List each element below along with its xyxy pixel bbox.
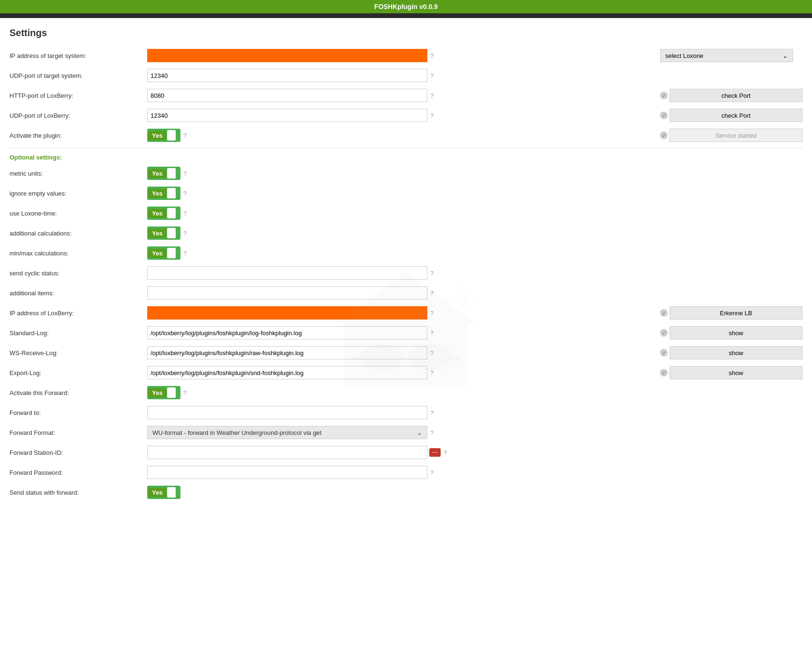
forward-to-row: Forward to: ? (9, 405, 803, 420)
standard-log-input[interactable] (147, 326, 427, 339)
additional-items-help[interactable]: ? (430, 290, 434, 297)
udp-loxberry-input[interactable] (147, 109, 427, 122)
standard-log-row: Standard-Log: ? ✓ show (9, 325, 803, 340)
minmax-toggle[interactable]: Yes (147, 246, 180, 260)
additional-items-row: additional items: ? (9, 285, 803, 301)
export-log-help[interactable]: ? (430, 369, 434, 376)
minmax-row: min/max calculations: Yes ? (9, 245, 803, 261)
check-port-udp-button[interactable]: check Port (670, 109, 803, 122)
ip-target-control: ? (147, 49, 660, 62)
udp-loxberry-label: UDP-port of LoxBerry: (9, 112, 147, 119)
standard-log-control: ? (147, 326, 660, 339)
forward-format-control: WU-format - forward in Weather Undergrou… (147, 426, 803, 439)
activate-check-icon: ✓ (660, 132, 668, 139)
metric-toggle-knob (167, 168, 176, 179)
http-loxberry-label: HTTP-port of LoxBerry: (9, 92, 147, 99)
ws-receive-log-help[interactable]: ? (430, 349, 434, 357)
send-cyclic-help[interactable]: ? (430, 270, 434, 277)
ip-target-help[interactable]: ? (430, 52, 434, 59)
ip-loxberry-help[interactable]: ? (430, 310, 434, 317)
export-log-row: Export-Log: ? ✓ show (9, 365, 803, 380)
loxone-time-knob (167, 208, 176, 218)
ip-loxberry-label: IP address of LoxBerry: (9, 310, 147, 317)
forward-station-id-control: ⋯ ? (147, 446, 803, 459)
udp-loxberry-help[interactable]: ? (430, 112, 434, 119)
udp-target-control: ? (147, 69, 803, 82)
send-status-forward-row: Send status with forward: Yes (9, 485, 803, 500)
additional-items-input[interactable] (147, 286, 427, 300)
send-cyclic-label: send cyclic status: (9, 270, 147, 277)
erkenne-lb-button[interactable]: Erkenne LB (670, 306, 803, 320)
ip-loxberry-input[interactable] (147, 306, 427, 320)
metric-help[interactable]: ? (183, 170, 187, 177)
additional-calc-help[interactable]: ? (183, 230, 187, 237)
optional-section-label: Optional settings: (9, 154, 803, 161)
dropdown-chevron-icon: ⌄ (783, 52, 788, 59)
select-loxone-button[interactable]: select Loxone ⌄ (660, 49, 793, 62)
forward-password-input[interactable] (147, 466, 427, 479)
send-cyclic-control: ? (147, 266, 803, 280)
ws-receive-log-row: WS-Receive-Log: ? ✓ show (9, 345, 803, 360)
udp-target-help[interactable]: ? (430, 72, 434, 79)
check-port-http-button[interactable]: check Port (670, 89, 803, 102)
ip-target-row: IP address of target system: ? select Lo… (9, 48, 803, 63)
forward-to-control: ? (147, 406, 803, 419)
forward-station-id-help[interactable]: ? (444, 449, 447, 456)
app-title: FOSHKplugin v0.0.9 (374, 3, 438, 10)
ip-target-right: select Loxone ⌄ (660, 49, 803, 62)
send-cyclic-input[interactable] (147, 266, 427, 280)
send-cyclic-row: send cyclic status: ? (9, 265, 803, 281)
udp-target-label: UDP-port of target system: (9, 72, 147, 79)
loxone-time-toggle[interactable]: Yes (147, 207, 180, 220)
http-loxberry-input[interactable] (147, 89, 427, 102)
standard-log-show-button[interactable]: show (670, 326, 803, 339)
main-content: Settings IP address of target system: ? … (0, 18, 812, 524)
activate-plugin-right: ✓ Service started (660, 129, 803, 142)
send-status-knob (167, 487, 176, 498)
forward-station-id-input[interactable] (147, 446, 427, 459)
activate-forward-control: Yes ? (147, 386, 803, 399)
additional-calc-row: additional calculations: Yes ? (9, 226, 803, 241)
ignore-empty-help[interactable]: ? (183, 190, 187, 197)
forward-password-label: Forward Password: (9, 469, 147, 476)
additional-calc-toggle[interactable]: Yes (147, 226, 180, 240)
activate-forward-help[interactable]: ? (183, 389, 187, 396)
activate-forward-toggle[interactable]: Yes (147, 386, 180, 399)
udp-target-input[interactable] (147, 69, 427, 82)
activate-plugin-toggle[interactable]: Yes (147, 129, 180, 142)
ws-receive-log-control: ? (147, 346, 660, 359)
forward-to-help[interactable]: ? (430, 409, 434, 416)
forward-format-dropdown[interactable]: WU-format - forward in Weather Undergrou… (147, 426, 427, 439)
ws-receive-show-button[interactable]: show (670, 346, 803, 359)
minmax-knob (167, 248, 176, 258)
ws-receive-log-input[interactable] (147, 346, 427, 359)
minmax-help[interactable]: ? (183, 250, 187, 257)
additional-items-label: additional items: (9, 290, 147, 297)
forward-station-id-badge: ⋯ (429, 448, 441, 457)
forward-password-help[interactable]: ? (430, 469, 434, 476)
loxone-time-help[interactable]: ? (183, 210, 187, 217)
forward-format-help[interactable]: ? (430, 429, 434, 436)
activate-plugin-help[interactable]: ? (183, 132, 187, 139)
export-log-show-button[interactable]: show (670, 366, 803, 379)
top-bar: FOSHKplugin v0.0.9 (0, 0, 812, 13)
ignore-empty-toggle[interactable]: Yes (147, 187, 180, 200)
ignore-empty-control: Yes ? (147, 187, 803, 200)
standard-log-label: Standard-Log: (9, 329, 147, 337)
ip-target-input[interactable] (147, 49, 427, 62)
standard-log-check-icon: ✓ (660, 329, 668, 337)
activate-plugin-control: Yes ? (147, 129, 660, 142)
ip-loxberry-right: ✓ Erkenne LB (660, 306, 803, 320)
additional-calc-control: Yes ? (147, 226, 803, 240)
forward-format-chevron-icon: ⌄ (417, 429, 422, 436)
send-status-toggle[interactable]: Yes (147, 486, 180, 499)
ws-receive-check-icon: ✓ (660, 349, 668, 357)
forward-to-input[interactable] (147, 406, 427, 419)
metric-toggle[interactable]: Yes (147, 167, 180, 180)
service-started-button[interactable]: Service started (670, 129, 803, 142)
additional-calc-label: additional calculations: (9, 230, 147, 237)
send-status-forward-control: Yes (147, 486, 803, 499)
http-loxberry-help[interactable]: ? (430, 92, 434, 99)
export-log-input[interactable] (147, 366, 427, 379)
standard-log-help[interactable]: ? (430, 329, 434, 337)
